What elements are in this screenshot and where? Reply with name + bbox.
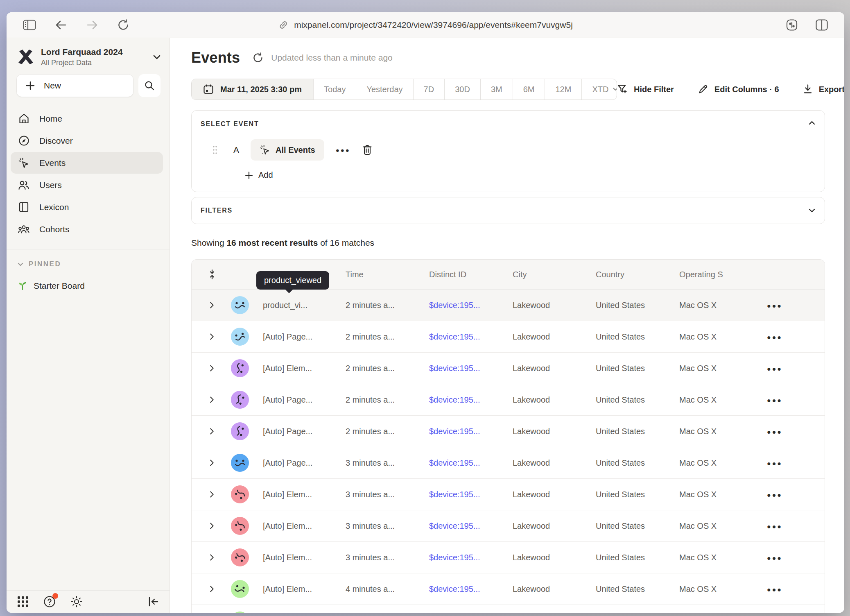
city-cell: Lakewood [506,427,589,436]
expand-row-icon[interactable] [192,490,228,499]
workspace-switcher[interactable]: Lord Farquaad 2024 All Project Data [7,38,170,68]
back-icon[interactable] [55,19,67,31]
new-button[interactable]: New [16,74,133,97]
expand-row-icon[interactable] [192,332,228,341]
table-row[interactable]: product_vi... 2 minutes a... $device:195… [192,290,825,321]
forward-icon[interactable] [86,19,98,31]
column-header-time[interactable]: Time [339,270,423,279]
column-header-os[interactable]: Operating S [673,270,761,279]
chevron-up-icon[interactable] [808,120,816,125]
distinct-id-link[interactable]: $device:195... [423,521,506,531]
sidebar-item-cohorts[interactable]: Cohorts [11,218,163,240]
page-settings-icon[interactable] [785,19,798,31]
export-button[interactable]: Export [803,84,844,95]
expand-row-icon[interactable] [192,395,228,404]
range-yesterday[interactable]: Yesterday [356,79,413,100]
hide-filter-button[interactable]: Hide Filter [617,84,674,95]
row-menu-icon[interactable]: ●●● [767,460,782,467]
sidebar-item-discover[interactable]: Discover [11,130,163,152]
app-grid-icon[interactable] [17,596,29,607]
distinct-id-link[interactable]: $device:195... [423,458,506,468]
sidebar-toggle-icon[interactable] [23,20,36,30]
collapse-sidebar-icon[interactable] [147,596,159,607]
row-menu-icon[interactable]: ●●● [767,397,782,404]
reload-icon[interactable] [117,19,129,31]
pinned-section-header[interactable]: PINNED [7,249,170,268]
table-row[interactable]: [Auto] Elem... 3 minutes a... $device:19… [192,510,825,542]
expand-row-icon[interactable] [192,427,228,436]
event-time: 3 minutes a... [339,458,423,468]
table-row[interactable] [192,605,825,613]
event-avatar [231,422,249,440]
trash-icon[interactable] [362,144,373,156]
table-row[interactable]: [Auto] Elem... 2 minutes a... $device:19… [192,353,825,384]
distinct-id-link[interactable]: $device:195... [423,332,506,342]
event-more-icon[interactable]: ●●● [336,147,350,154]
table-row[interactable]: [Auto] Elem... 4 minutes a... $device:19… [192,573,825,605]
range-30d[interactable]: 30D [445,79,481,100]
distinct-id-link[interactable]: $device:195... [423,427,506,436]
table-row[interactable]: [Auto] Elem... 3 minutes a... $device:19… [192,542,825,573]
range-3m[interactable]: 3M [481,79,513,100]
expand-row-icon[interactable] [192,301,228,310]
refresh-icon[interactable] [252,52,264,63]
date-picker[interactable]: Mar 11, 2025 3:30 pm [192,79,314,100]
all-events-chip[interactable]: All Events [251,139,324,161]
expand-row-icon[interactable] [192,584,228,593]
table-row[interactable]: [Auto] Page... 2 minutes a... $device:19… [192,416,825,447]
sidebar-item-starter-board[interactable]: Starter Board [7,268,170,291]
expand-row-icon[interactable] [192,521,228,530]
chevron-down-icon[interactable] [808,208,816,213]
range-6m[interactable]: 6M [513,79,545,100]
sidebar-item-lexicon[interactable]: Lexicon [11,196,163,218]
column-header-distinct-id[interactable]: Distinct ID [423,270,506,279]
row-menu-icon[interactable]: ●●● [767,365,782,372]
expand-row-icon[interactable] [192,364,228,373]
row-menu-icon[interactable]: ●●● [767,491,782,498]
help-icon[interactable] [43,596,56,608]
row-menu-icon[interactable]: ●●● [767,334,782,341]
sidebar-item-home[interactable]: Home [11,108,163,129]
distinct-id-link[interactable]: $device:195... [423,364,506,373]
edit-columns-button[interactable]: Edit Columns · 6 [698,84,779,95]
range-xtd[interactable]: XTD [582,79,617,100]
distinct-id-link[interactable]: $device:195... [423,301,506,310]
sidebar-item-users[interactable]: Users [11,174,163,196]
collapse-all-icon[interactable] [192,269,228,280]
sidebar-item-events[interactable]: Events [11,152,163,174]
table-row[interactable]: [Auto] Page... 2 minutes a... $device:19… [192,321,825,353]
add-event-button[interactable]: Add [245,170,825,180]
expand-row-icon[interactable] [192,553,228,562]
table-row[interactable]: [Auto] Page... 2 minutes a... $device:19… [192,384,825,416]
row-menu-icon[interactable]: ●●● [767,555,782,562]
expand-row-icon[interactable] [192,458,228,467]
split-view-icon[interactable] [816,19,828,31]
city-cell: Lakewood [506,490,589,499]
range-7d[interactable]: 7D [414,79,445,100]
row-menu-icon[interactable]: ●●● [767,586,782,593]
address-bar[interactable]: mixpanel.com/project/3472420/view/397469… [278,20,573,30]
event-time: 3 minutes a... [339,553,423,562]
gear-icon[interactable] [70,596,83,608]
row-menu-icon[interactable]: ●●● [767,428,782,435]
distinct-id-link[interactable]: $device:195... [423,395,506,405]
distinct-id-link[interactable]: $device:195... [423,584,506,594]
mixpanel-logo-icon [16,48,35,66]
drag-handle-icon[interactable] [212,145,218,155]
event-time: 4 minutes a... [339,584,423,594]
distinct-id-link[interactable]: $device:195... [423,553,506,562]
table-row[interactable]: [Auto] Page... 3 minutes a... $device:19… [192,447,825,479]
range-12m[interactable]: 12M [545,79,582,100]
table-row[interactable]: [Auto] Elem... 3 minutes a... $device:19… [192,479,825,510]
range-today[interactable]: Today [314,79,356,100]
event-time: 2 minutes a... [339,301,423,310]
column-header-country[interactable]: Country [589,270,673,279]
lexicon-icon [18,202,29,213]
distinct-id-link[interactable]: $device:195... [423,490,506,499]
row-menu-icon[interactable]: ●●● [767,302,782,309]
row-menu-icon[interactable]: ●●● [767,523,782,530]
sidebar-item-label: Home [39,114,62,124]
column-header-city[interactable]: City [506,270,589,279]
country-cell: United States [589,521,673,531]
search-button[interactable] [138,74,161,97]
